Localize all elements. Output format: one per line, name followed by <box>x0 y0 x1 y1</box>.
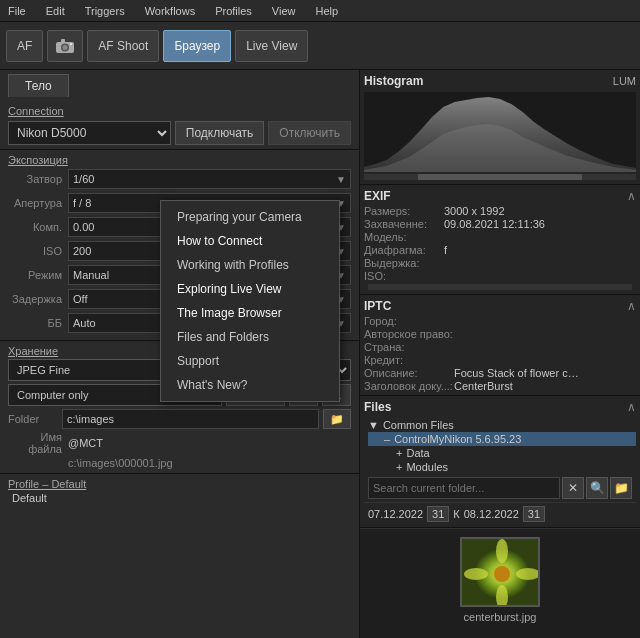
iso-label: ISO <box>8 245 68 257</box>
liveview-button[interactable]: Live View <box>235 30 308 62</box>
exposure-label: Экспозиция <box>8 154 351 166</box>
iptc-headline-val: CenterBurst <box>454 380 513 392</box>
date-from-picker[interactable]: 31 <box>427 506 449 522</box>
filename-row: Имя файла @MCT <box>8 431 351 455</box>
menu-view[interactable]: View <box>268 3 300 19</box>
menu-item-whats-new[interactable]: What's New? <box>161 373 339 397</box>
svg-point-4 <box>70 43 72 45</box>
date-separator: К <box>453 508 459 520</box>
exif-section: EXIF ∧ Размерs: 3000 x 1992 Захваченне: … <box>360 185 640 295</box>
date-to-picker[interactable]: 31 <box>523 506 545 522</box>
file-tree-item-cmn[interactable]: – ControlMyNikon 5.6.95.23 <box>368 432 636 446</box>
camera-icon <box>56 39 74 53</box>
toolbar: AF AF Shoot Браузер Live View <box>0 22 640 70</box>
browser-button[interactable]: Браузер <box>163 30 231 62</box>
iptc-row-desc: Описание: Focus Stack of flower capture <box>364 367 636 379</box>
exif-scrollbar[interactable] <box>368 284 632 290</box>
menu-workflows[interactable]: Workflows <box>141 3 200 19</box>
iptc-header[interactable]: IPTC ∧ <box>364 297 636 315</box>
menu-item-files[interactable]: Files and Folders <box>161 325 339 349</box>
profile-label: Profile – Default <box>8 478 351 490</box>
exif-chevron-icon: ∧ <box>627 189 636 203</box>
shutter-value[interactable]: 1/60▼ <box>68 169 351 189</box>
date-from-value: 07.12.2022 <box>368 508 423 520</box>
search-clear-button[interactable]: ✕ <box>562 477 584 499</box>
thumbnail-image[interactable] <box>460 537 540 607</box>
files-header[interactable]: Files ∧ <box>364 398 636 416</box>
shutter-label: Затвор <box>8 173 68 185</box>
thumbnail-filename: centerburst.jpg <box>464 611 537 623</box>
menu-file[interactable]: File <box>4 3 30 19</box>
wb-label: ББ <box>8 317 68 329</box>
shoot-button[interactable]: AF Shoot <box>87 30 159 62</box>
connection-section: Connection Nikon D5000 Подключать Отключ… <box>0 101 359 150</box>
filename-value: @MCT <box>68 437 103 449</box>
filename-label: Имя файла <box>8 431 68 455</box>
iptc-headline-key: Заголовок доку...: <box>364 380 454 392</box>
exif-iso-key: ISO: <box>364 270 444 282</box>
comp-label: Комп. <box>8 221 68 233</box>
exif-row-aperture: Диафрагма: f <box>364 244 636 256</box>
exp-row-shutter: Затвор 1/60▼ <box>8 168 351 190</box>
connection-label: Connection <box>8 105 351 117</box>
camera-icon-button[interactable] <box>47 30 83 62</box>
connection-row: Nikon D5000 Подключать Отключить <box>8 121 351 145</box>
disconnect-button[interactable]: Отключить <box>268 121 351 145</box>
mode-label: Режим <box>8 269 68 281</box>
left-panel: Тело Connection Nikon D5000 Подключать О… <box>0 70 360 638</box>
folder-input[interactable] <box>62 409 319 429</box>
telo-section: Тело <box>0 70 359 101</box>
menu-edit[interactable]: Edit <box>42 3 69 19</box>
exif-aperture-val: f <box>444 244 447 256</box>
camera-dropdown[interactable]: Nikon D5000 <box>8 121 171 145</box>
menu-item-support[interactable]: Support <box>161 349 339 373</box>
folder-row: Folder 📁 <box>8 409 351 429</box>
svg-point-2 <box>63 45 68 50</box>
telo-tab[interactable]: Тело <box>8 74 69 97</box>
exif-row-shutter: Выдержка: <box>364 257 636 269</box>
expand-icon-4: + <box>396 461 402 473</box>
histogram-lum: LUM <box>613 75 636 87</box>
menu-triggers[interactable]: Triggers <box>81 3 129 19</box>
histogram-scrollbar[interactable] <box>364 174 636 180</box>
file-item-label-3: Data <box>406 447 429 459</box>
exif-title: EXIF <box>364 189 391 203</box>
svg-point-7 <box>494 566 510 582</box>
main-area: Тело Connection Nikon D5000 Подключать О… <box>0 70 640 638</box>
menubar: File Edit Triggers Workflows Profiles Vi… <box>0 0 640 22</box>
histogram-canvas <box>364 92 636 172</box>
iptc-row-headline: Заголовок доку...: CenterBurst <box>364 380 636 392</box>
search-input[interactable] <box>368 477 560 499</box>
menu-item-preparing[interactable]: Preparing your Camera <box>161 205 339 229</box>
files-title: Files <box>364 400 391 414</box>
exif-row-iso: ISO: <box>364 270 636 282</box>
search-search-button[interactable]: 🔍 <box>586 477 608 499</box>
file-tree-item-modules[interactable]: + Modules <box>368 460 636 474</box>
menu-profiles[interactable]: Profiles <box>211 3 256 19</box>
folder-browse-button[interactable]: 📁 <box>323 409 351 429</box>
search-folder-button[interactable]: 📁 <box>610 477 632 499</box>
file-tree-item-common[interactable]: ▼ Common Files <box>368 418 636 432</box>
format-dropdown[interactable]: JPEG Fine <box>8 359 178 381</box>
iptc-chevron-icon: ∧ <box>627 299 636 313</box>
af-button[interactable]: AF <box>6 30 43 62</box>
profile-section: Profile – Default Default <box>0 474 359 508</box>
connect-button[interactable]: Подключать <box>175 121 265 145</box>
file-item-label-4: Modules <box>406 461 448 473</box>
histogram-section: Histogram LUM <box>360 70 640 185</box>
iptc-desc-val: Focus Stack of flower capture <box>454 367 584 379</box>
exif-row-size: Размерs: 3000 x 1992 <box>364 205 636 217</box>
menu-item-profiles[interactable]: Working with Profiles <box>161 253 339 277</box>
menu-help[interactable]: Help <box>312 3 343 19</box>
profile-value: Default <box>8 492 351 504</box>
menu-item-explore[interactable]: Exploring Live View <box>161 277 339 301</box>
iptc-row-copyright: Авторское право: <box>364 328 636 340</box>
aperture-label: Апертура <box>8 197 68 209</box>
svg-point-11 <box>516 568 540 580</box>
exif-header[interactable]: EXIF ∧ <box>364 187 636 205</box>
menu-item-connect[interactable]: How to Connect <box>161 229 339 253</box>
file-tree-item-data[interactable]: + Data <box>368 446 636 460</box>
thumbnail-area: centerburst.jpg <box>360 528 640 638</box>
exif-shutter-key: Выдержка: <box>364 257 444 269</box>
menu-item-browser[interactable]: The Image Browser <box>161 301 339 325</box>
